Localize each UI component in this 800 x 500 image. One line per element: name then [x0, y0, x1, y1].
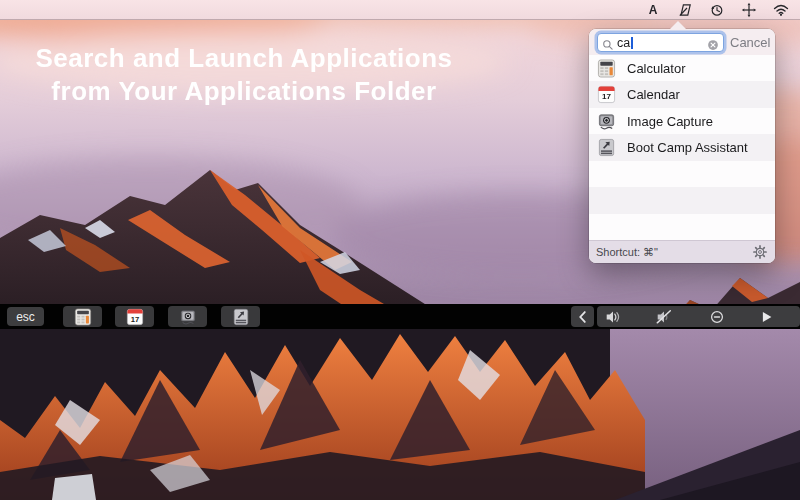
calculator-icon: [597, 59, 616, 78]
popover-arrow: [670, 21, 686, 29]
calendar-icon: [126, 308, 144, 326]
result-row-calendar[interactable]: Calendar: [589, 81, 775, 107]
popover-footer: Shortcut: ⌘": [589, 240, 775, 263]
empty-row: [589, 161, 775, 187]
mute-button[interactable]: [655, 308, 673, 326]
cancel-button[interactable]: Cancel: [730, 29, 770, 55]
touchbar-image-capture-button[interactable]: [168, 306, 207, 327]
text-caret: [631, 37, 633, 49]
do-not-disturb-button[interactable]: [708, 308, 726, 326]
control-strip: [597, 306, 800, 327]
touch-bar: esc: [0, 304, 800, 329]
notes-pen-icon[interactable]: [676, 2, 694, 18]
menu-bar: [0, 0, 800, 20]
headline-line-2: from Your Applications Folder: [14, 75, 474, 108]
result-row-image-capture[interactable]: Image Capture: [589, 108, 775, 134]
result-row-boot-camp[interactable]: Boot Camp Assistant: [589, 134, 775, 160]
result-row-calculator[interactable]: Calculator: [589, 55, 775, 81]
result-label: Boot Camp Assistant: [627, 140, 748, 155]
search-popover: ca Cancel Calculator Calendar Image Capt…: [589, 29, 775, 263]
search-results-list: Calculator Calendar Image Capture Boot C…: [589, 55, 775, 240]
do-not-disturb-icon: [708, 308, 726, 326]
popover-search-bar: ca Cancel: [589, 29, 775, 55]
volume-button[interactable]: [604, 308, 622, 326]
marketing-headline: Search and Launch Applications from Your…: [14, 42, 474, 108]
play-button[interactable]: [757, 308, 775, 326]
control-strip-expand-button[interactable]: [571, 306, 594, 327]
letter-a-icon[interactable]: [644, 2, 662, 18]
result-label: Calendar: [627, 87, 680, 102]
result-label: Calculator: [627, 61, 686, 76]
empty-row: [589, 187, 775, 213]
play-icon: [757, 308, 775, 326]
shortcut-hint: Shortcut: ⌘": [596, 246, 658, 259]
search-input[interactable]: ca: [597, 33, 724, 52]
desktop: Search and Launch Applications from Your…: [0, 0, 800, 500]
calculator-icon: [74, 308, 92, 326]
search-input-value: ca: [617, 36, 630, 50]
wifi-icon[interactable]: [772, 2, 790, 18]
image-capture-icon: [179, 308, 197, 326]
magnifier-icon: [602, 37, 614, 49]
esc-button[interactable]: esc: [7, 307, 44, 326]
time-machine-icon[interactable]: [708, 2, 726, 18]
gear-icon[interactable]: [752, 244, 768, 260]
calendar-icon: [597, 85, 616, 104]
bootcamp-icon: [232, 308, 250, 326]
clear-search-button[interactable]: [707, 37, 719, 49]
volume-icon: [604, 308, 622, 326]
chevron-left-icon: [574, 308, 592, 326]
touchbar-calculator-button[interactable]: [63, 306, 102, 327]
empty-row: [589, 214, 775, 240]
headline-line-1: Search and Launch Applications: [14, 42, 474, 75]
image-capture-icon: [597, 112, 616, 131]
touchbar-calendar-button[interactable]: [115, 306, 154, 327]
bootcamp-icon: [597, 138, 616, 157]
volume-mute-icon: [655, 308, 673, 326]
touchbar-boot-camp-button[interactable]: [221, 306, 260, 327]
move-arrows-icon[interactable]: [740, 2, 758, 18]
result-label: Image Capture: [627, 114, 713, 129]
